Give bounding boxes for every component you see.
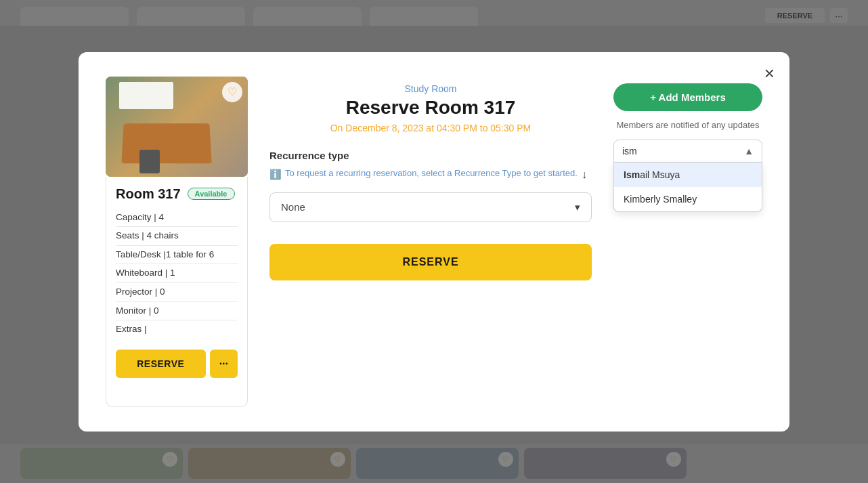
recurrence-select[interactable]: None ▾	[269, 192, 592, 222]
ismail-bold: Ism	[624, 169, 640, 180]
extras-detail: Extras |	[116, 320, 238, 339]
add-members-button[interactable]: + Add Members	[613, 83, 762, 111]
info-text: To request a recurring reservation, sele…	[285, 167, 578, 180]
modal-title: Reserve Room 317	[269, 97, 592, 119]
member-search-wrap: ▲ Ismail Msuya Kimberly Smalley	[613, 140, 762, 212]
room-category: Study Room	[269, 83, 592, 94]
chevron-down-icon: ▾	[575, 201, 580, 213]
seats-detail: Seats | 4 chairs	[116, 227, 238, 246]
table-detail: Table/Desk |1 table for 6	[116, 246, 238, 265]
card-reserve-button[interactable]: RESERVE	[116, 350, 206, 378]
close-button[interactable]: ×	[764, 64, 775, 82]
info-icon: ℹ️	[269, 167, 281, 182]
dropdown-item-kimberly[interactable]: Kimberly Smalley	[614, 187, 762, 211]
room-card: ♡ Room 317 Available Capacity | 4 Seats …	[106, 77, 248, 407]
whiteboard-decoration	[119, 82, 173, 109]
room-title: Room 317	[116, 186, 181, 202]
room-title-row: Room 317 Available	[116, 186, 238, 202]
main-reserve-button[interactable]: RESERVE	[269, 244, 592, 280]
member-dropdown-list: Ismail Msuya Kimberly Smalley	[613, 163, 762, 212]
room-actions: RESERVE ···	[116, 350, 238, 378]
room-image: ♡	[106, 77, 248, 177]
available-badge: Available	[188, 188, 235, 200]
info-row: ℹ️ To request a recurring reservation, s…	[269, 167, 592, 183]
chair-decoration	[139, 150, 160, 173]
table-decoration	[121, 123, 211, 163]
member-search-input[interactable]	[622, 146, 744, 156]
modal-dialog: × ♡ Room 317 Available Capacity | 4 Seat…	[79, 52, 789, 432]
capacity-detail: Capacity | 4	[116, 209, 238, 228]
kimberly-name: Kimberly Smalley	[624, 194, 697, 205]
reserve-form-panel: Study Room Reserve Room 317 On December …	[269, 77, 592, 407]
modal-date: On December 8, 2023 at 04:30 PM to 05:30…	[269, 123, 592, 133]
down-arrow-icon: ↓	[582, 167, 587, 183]
projector-detail: Projector | 0	[116, 283, 238, 302]
chevron-up-icon[interactable]: ▲	[744, 146, 754, 156]
recurrence-type-label: Recurrence type	[269, 150, 592, 161]
ismail-rest: ail Msuya	[640, 169, 680, 180]
add-members-panel: + Add Members Members are notified of an…	[613, 77, 762, 407]
card-dots-button[interactable]: ···	[210, 350, 238, 378]
room-info-box: Room 317 Available Capacity | 4 Seats | …	[106, 177, 248, 407]
members-note: Members are notified of any updates	[616, 119, 759, 131]
monitor-detail: Monitor | 0	[116, 302, 238, 321]
recurrence-value: None	[281, 201, 305, 213]
room-details: Capacity | 4 Seats | 4 chairs Table/Desk…	[116, 209, 238, 339]
dropdown-item-ismail[interactable]: Ismail Msuya	[614, 163, 762, 187]
whiteboard-detail: Whiteboard | 1	[116, 264, 238, 283]
search-input-row: ▲	[613, 140, 762, 163]
favorite-button[interactable]: ♡	[222, 82, 242, 102]
